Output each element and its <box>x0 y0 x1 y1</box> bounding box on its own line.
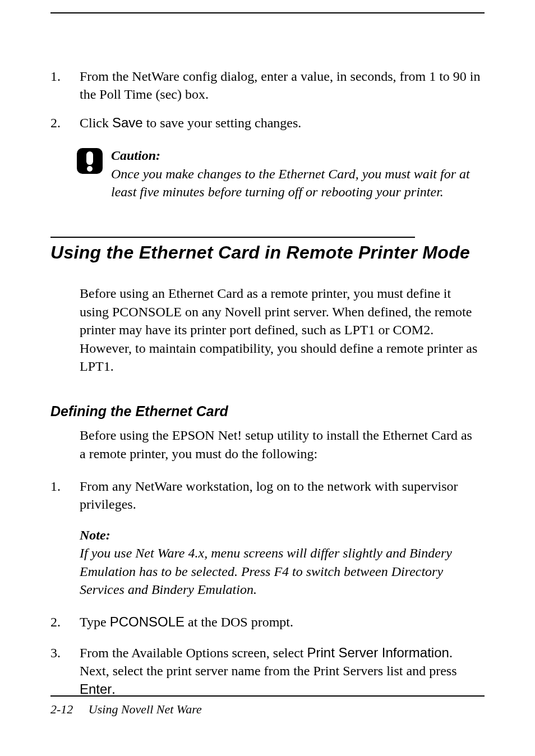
page-footer: 2-12 Using Novell Net Ware <box>50 695 485 717</box>
svg-rect-1 <box>86 151 93 165</box>
def-step-2-number: 2. <box>50 613 80 631</box>
def-step-1-number: 1. <box>50 477 80 514</box>
section-rule <box>50 237 415 238</box>
top-steps-list: 1. From the NetWare config dialog, enter… <box>50 67 485 132</box>
save-label: Save <box>112 115 143 130</box>
chapter-title: Using Novell Net Ware <box>89 702 202 716</box>
svg-point-2 <box>87 166 93 172</box>
step-1: 1. From the NetWare config dialog, enter… <box>50 67 485 104</box>
enter-key: Enter <box>80 681 112 697</box>
note-block: Note: If you use Net Ware 4.x, menu scre… <box>80 526 479 599</box>
footer-rule <box>50 695 485 697</box>
print-server-information-option: Print Server Information <box>307 645 449 660</box>
def-step-2: 2. Type PCONSOLE at the DOS prompt. <box>50 613 485 631</box>
def-step-3-text: From the Available Options screen, selec… <box>80 644 485 698</box>
pconsole-command: PCONSOLE <box>110 614 185 629</box>
document-page: 1. From the NetWare config dialog, enter… <box>0 0 535 756</box>
def-step-3-number: 3. <box>50 644 80 698</box>
step-2-posttext: to save your setting changes. <box>143 116 302 130</box>
subsection-heading: Defining the Ethernet Card <box>50 403 485 420</box>
page-number: 2-12 <box>50 702 73 716</box>
step-1-text: From the NetWare config dialog, enter a … <box>80 67 485 104</box>
def-step-3-pretext: From the Available Options screen, selec… <box>80 646 307 660</box>
caution-message: Once you make changes to the Ethernet Ca… <box>111 167 470 199</box>
page-content: 1. From the NetWare config dialog, enter… <box>50 67 485 711</box>
caution-block: Caution: Once you make changes to the Et… <box>76 146 479 201</box>
note-message: If you use Net Ware 4.x, menu screens wi… <box>80 546 452 597</box>
step-1-number: 1. <box>50 67 80 104</box>
def-step-3: 3. From the Available Options screen, se… <box>50 644 485 698</box>
footer-line: 2-12 Using Novell Net Ware <box>50 702 485 717</box>
defining-steps-list-cont: 2. Type PCONSOLE at the DOS prompt. 3. F… <box>50 613 485 698</box>
def-step-2-posttext: at the DOS prompt. <box>185 615 293 629</box>
def-step-2-pretext: Type <box>80 615 110 629</box>
subsection-paragraph: Before using the EPSON Net! setup utilit… <box>80 426 479 463</box>
def-step-2-text: Type PCONSOLE at the DOS prompt. <box>80 613 485 631</box>
defining-steps-list: 1. From any NetWare workstation, log on … <box>50 477 485 514</box>
def-step-1-text: From any NetWare workstation, log on to … <box>80 477 485 514</box>
section-heading: Using the Ethernet Card in Remote Printe… <box>50 242 485 263</box>
def-step-1: 1. From any NetWare workstation, log on … <box>50 477 485 514</box>
def-step-3-endtext: . <box>112 682 115 697</box>
step-2-pretext: Click <box>80 116 112 130</box>
step-2: 2. Click Save to save your setting chang… <box>50 114 485 132</box>
top-rule <box>50 12 485 13</box>
step-2-number: 2. <box>50 114 80 132</box>
caution-text: Caution: Once you make changes to the Et… <box>111 146 479 201</box>
step-2-text: Click Save to save your setting changes. <box>80 114 485 132</box>
section-paragraph: Before using an Ethernet Card as a remot… <box>80 284 479 375</box>
caution-label: Caution: <box>111 148 160 163</box>
caution-icon <box>76 147 108 177</box>
note-label: Note: <box>80 528 110 542</box>
